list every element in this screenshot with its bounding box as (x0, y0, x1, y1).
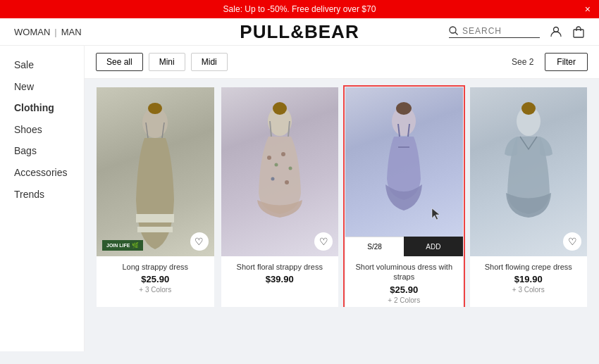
close-banner-button[interactable]: × (585, 4, 591, 15)
product-info-1: Long strappy dress $25.90 + 3 Colors (97, 256, 214, 296)
product-info-3: Short voluminous dress with straps $25.9… (345, 256, 463, 307)
product-image-1: JOIN LIFE 🌿 ♡ (97, 87, 214, 256)
product-name-2: Short floral strappy dress (224, 262, 336, 272)
gender-man[interactable]: MAN (61, 27, 82, 37)
see2-label: See 2 (512, 57, 533, 67)
dress-figure-4 (493, 101, 564, 256)
product-info-2: Short floral strappy dress $39.90 (221, 256, 339, 289)
product-name-3: Short voluminous dress with straps (348, 262, 460, 282)
header: WOMAN | MAN PULL&BEAR (0, 18, 599, 46)
product-info-4: Short flowing crepe dress $19.90 + 3 Col… (470, 256, 588, 296)
main-layout: Sale New Clothing Shoes Bags Accessories… (0, 46, 599, 351)
wishlist-button-1[interactable]: ♡ (190, 232, 209, 251)
svg-point-21 (396, 102, 412, 115)
see-all-button[interactable]: See all (96, 53, 143, 71)
product-price-4: $19.90 (473, 274, 585, 284)
filter-bar: See all Mini Midi See 2 Filter (85, 46, 599, 79)
bag-icon[interactable] (572, 25, 585, 38)
svg-point-11 (273, 102, 287, 115)
product-image-2: ♡ (221, 87, 339, 256)
join-life-label-1: JOIN LIFE (106, 243, 130, 248)
sidebar-item-bags[interactable]: Bags (14, 142, 70, 161)
search-bar[interactable] (449, 26, 540, 38)
product-price-1: $25.90 (99, 274, 211, 284)
dress-figure-1 (123, 101, 187, 256)
product-card-2[interactable]: ♡ Short floral strappy dress $39.90 (221, 87, 339, 307)
product-colors-3: + 2 Colors (348, 296, 460, 304)
gender-selector: WOMAN | MAN (14, 27, 82, 37)
product-card-3[interactable]: S/28 ADD Short voluminous dress with str… (345, 87, 463, 307)
top-banner: Sale: Up to -50%. Free delivery over $70… (0, 0, 599, 18)
product-colors-1: + 3 Colors (99, 286, 211, 294)
sidebar-item-shoes[interactable]: Shoes (14, 120, 70, 139)
svg-point-5 (148, 103, 162, 114)
svg-point-15 (288, 167, 292, 170)
svg-point-14 (281, 152, 285, 156)
search-icon (449, 26, 458, 35)
dress-figure-3 (369, 101, 439, 256)
logo: PULL&BEAR (240, 21, 359, 43)
wishlist-button-4[interactable]: ♡ (563, 232, 581, 251)
product-price-3: $25.90 (348, 284, 460, 295)
banner-text: Sale: Up to -50%. Free delivery over $70 (223, 4, 376, 14)
content-area: See all Mini Midi See 2 Filter (85, 46, 599, 351)
product-price-2: $39.90 (224, 274, 336, 284)
svg-point-0 (450, 27, 456, 33)
svg-point-12 (267, 156, 271, 160)
sidebar: Sale New Clothing Shoes Bags Accessories… (0, 46, 85, 351)
dress-figure-2 (245, 101, 315, 256)
sidebar-item-sale[interactable]: Sale (14, 56, 70, 75)
size-button-3[interactable]: S/28 (345, 237, 404, 256)
svg-point-17 (285, 180, 289, 184)
mini-filter-button[interactable]: Mini (149, 53, 185, 71)
midi-filter-button[interactable]: Midi (191, 53, 228, 71)
svg-point-13 (274, 163, 278, 167)
svg-rect-3 (574, 30, 583, 37)
product-colors-4: + 3 Colors (473, 286, 585, 294)
size-add-bar-3: S/28 ADD (345, 237, 463, 256)
svg-rect-7 (137, 227, 173, 232)
add-button-3[interactable]: ADD (404, 237, 462, 256)
product-card-1[interactable]: JOIN LIFE 🌿 ♡ Long strappy dress $25.90 … (97, 87, 214, 307)
gender-woman[interactable]: WOMAN (14, 27, 50, 37)
sidebar-item-clothing[interactable]: Clothing (14, 99, 70, 118)
product-image-4: ♡ (470, 87, 588, 256)
sidebar-item-accessories[interactable]: Accessories (14, 163, 70, 182)
filter-button[interactable]: Filter (545, 53, 588, 71)
svg-line-1 (455, 32, 458, 35)
join-life-badge-1: JOIN LIFE 🌿 (102, 240, 143, 251)
sidebar-item-new[interactable]: New (14, 77, 70, 96)
account-icon[interactable] (550, 25, 562, 38)
product-name-1: Long strappy dress (99, 262, 211, 272)
wishlist-button-2[interactable]: ♡ (314, 232, 333, 251)
leaf-icon: 🌿 (132, 242, 139, 249)
svg-rect-6 (136, 214, 174, 222)
svg-point-16 (271, 177, 274, 181)
divider: | (54, 27, 56, 37)
product-card-4[interactable]: ♡ Short flowing crepe dress $19.90 + 3 C… (470, 87, 588, 307)
search-input[interactable] (462, 26, 540, 36)
product-image-3: S/28 ADD (345, 87, 463, 256)
svg-point-26 (521, 102, 536, 115)
product-name-4: Short flowing crepe dress (473, 262, 585, 272)
header-right (449, 25, 585, 38)
products-grid: JOIN LIFE 🌿 ♡ Long strappy dress $25.90 … (85, 79, 599, 307)
sidebar-item-trends[interactable]: Trends (14, 185, 70, 204)
